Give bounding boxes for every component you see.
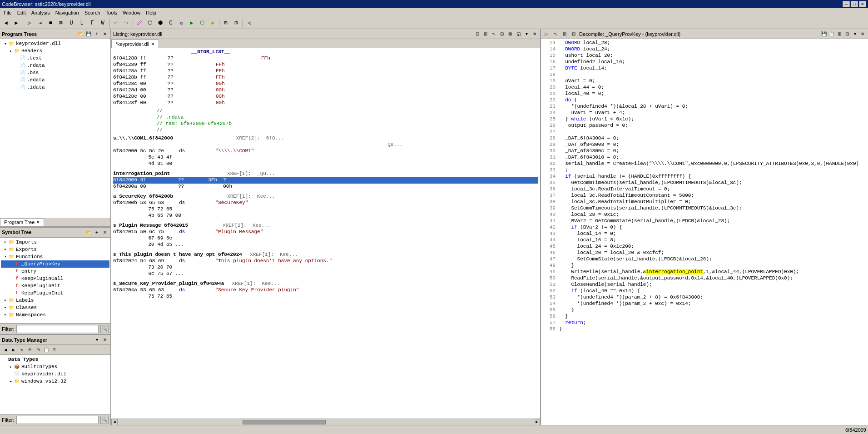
menu-help[interactable]: Help [143, 9, 159, 16]
toolbar-btn5[interactable]: L [77, 18, 87, 28]
menu-window[interactable]: Window [120, 9, 143, 16]
dc-icon2[interactable]: ↖ [552, 30, 559, 38]
symbol-tree-area[interactable]: ▸ 📁 Imports ▸ 📁 Exports ▾ 📁 Functions f [0, 238, 110, 324]
listing-hscroll[interactable]: ◀ ▶ [111, 419, 540, 425]
dt-windows[interactable]: ▸ 📁 windows_vs12_32 [1, 378, 109, 385]
dc-close-icon[interactable]: ✕ [859, 30, 866, 38]
ls-close-icon[interactable]: ✕ [531, 30, 538, 38]
sym-namespaces[interactable]: ▸ 📁 Namespaces [1, 311, 109, 319]
sym-labels[interactable]: ▸ 📁 Labels [1, 297, 109, 304]
ls-btn5[interactable]: ◱ [515, 30, 522, 38]
run-button[interactable]: ▶ [187, 18, 197, 28]
dc-icon3[interactable]: ⊞ [561, 30, 568, 38]
decompiler-content[interactable]: 13 DWORD local_28; 14 DWORD local_24; 15… [541, 39, 868, 425]
dt-refresh-icon[interactable]: ↻ [18, 346, 25, 354]
listing-content[interactable]: __DTOR_LIST__ 6f841288 ff ?? FFh 6f84128… [111, 48, 540, 419]
toolbar-btn15[interactable]: ◁ [244, 18, 254, 28]
dt-btn1[interactable]: ⊞ [26, 346, 34, 354]
pt-new-icon[interactable]: + [93, 30, 100, 38]
toolbar-btn3[interactable]: ⊠ [56, 18, 66, 28]
menu-tools[interactable]: Tools [103, 9, 120, 16]
ls-cursor-icon[interactable]: ↖ [490, 30, 497, 38]
dc-icon4[interactable]: ⊟ [570, 30, 577, 38]
listing-tab[interactable]: *keyprovider.dll ✕ [111, 40, 159, 48]
menu-navigation[interactable]: Navigation [53, 9, 82, 16]
pt-save-icon[interactable]: 💾 [85, 30, 92, 38]
ls-btn4[interactable]: ⊠ [506, 30, 514, 38]
menu-search[interactable]: Search [82, 9, 103, 16]
tree-item-idata[interactable]: 📄 .idata [1, 84, 109, 91]
menu-file[interactable]: File [1, 9, 15, 16]
redo-button[interactable]: ↪ [121, 18, 131, 28]
dt-builtintypes[interactable]: ▸ 📦 BuiltInTypes [1, 363, 109, 370]
listing-tab-close[interactable]: ✕ [151, 42, 155, 46]
dt-close-icon[interactable]: ✕ [101, 336, 109, 344]
forward-button[interactable]: ▶ [11, 18, 21, 28]
toolbar-btn11[interactable]: ☼ [176, 18, 186, 28]
sym-keepplogininit[interactable]: f KeepPluginInit [1, 289, 109, 297]
dt-filter-input[interactable] [16, 416, 99, 424]
bookmark-button[interactable]: 🖊 [134, 18, 144, 28]
back-button[interactable]: ◀ [1, 18, 11, 28]
pt-open-icon[interactable]: 📂 [77, 30, 84, 38]
toolbar-btn13[interactable]: ⊡ [221, 18, 231, 28]
menu-analysis[interactable]: Analysis [29, 9, 53, 16]
ls-btn6[interactable]: ▾ [523, 30, 530, 38]
toolbar-btn6[interactable]: F [87, 18, 97, 28]
toolbar-btn10[interactable]: C [166, 18, 176, 28]
dt-btn2[interactable]: ⊟ [35, 346, 42, 354]
tree-item-text[interactable]: 📄 .text [1, 55, 109, 62]
dt-fwd-icon[interactable]: ▶ [10, 346, 17, 354]
dc-icon7[interactable]: ▾ [851, 30, 858, 38]
toolbar-btn12[interactable]: ◈ [208, 18, 218, 28]
toolbar-btn14[interactable]: ⊞ [231, 18, 241, 28]
symbol-filter-input[interactable] [16, 325, 99, 333]
dc-icon6[interactable]: ⊟ [843, 30, 851, 38]
program-tree-tab[interactable]: Program Tree ✕ [0, 218, 44, 226]
debug-button[interactable]: ⬡ [197, 18, 207, 28]
program-tree-area[interactable]: ▾ 📁 keyprovider.dll ▸ 📁 Headers 📄 .text [0, 39, 110, 218]
pt-close-icon[interactable]: ✕ [101, 30, 109, 38]
st-close-icon[interactable]: ✕ [101, 229, 109, 236]
dt-expand-icon[interactable]: ▾ [93, 336, 100, 344]
sym-imports[interactable]: ▸ 📁 Imports [1, 239, 109, 246]
sym-keeppluginbit[interactable]: f KeepPluginBit [1, 282, 109, 289]
dt-back-icon[interactable]: ◀ [2, 346, 9, 354]
toolbar-btn9[interactable]: ⬢ [155, 18, 165, 28]
ls-btn3[interactable]: ⊟ [498, 30, 506, 38]
dc-save-icon[interactable]: 💾 [820, 30, 828, 38]
step-button[interactable]: ⇥ [35, 18, 45, 28]
dc-prev-icon[interactable]: ▷ [543, 30, 550, 38]
play-button[interactable]: ▷ [25, 18, 35, 28]
ls-btn2[interactable]: ⊞ [482, 30, 489, 38]
dt-btn4[interactable]: ≡ [51, 346, 58, 354]
minimize-button[interactable]: ─ [843, 1, 850, 7]
tree-item-rdata[interactable]: 📄 .rdata [1, 62, 109, 69]
dt-btn3[interactable]: 📋 [43, 346, 50, 354]
tree-item-headers[interactable]: ▸ 📁 Headers [1, 47, 109, 55]
maximize-button[interactable]: □ [851, 1, 858, 7]
tab-close-button[interactable]: ✕ [36, 220, 40, 224]
close-button[interactable]: ✕ [859, 1, 866, 7]
stop-button[interactable]: ■ [45, 18, 55, 28]
filter-search-button[interactable]: 🔍 [100, 325, 109, 333]
toolbar-btn8[interactable]: ⬡ [145, 18, 155, 28]
dc-icon5[interactable]: ⊞ [836, 30, 843, 38]
dt-filter-btn[interactable]: 🔍 [100, 416, 109, 424]
st-icon1[interactable]: 📂 [85, 229, 92, 236]
sym-query-prov-key[interactable]: f _QueryProvKey [1, 260, 109, 268]
dc-copy-icon[interactable]: 📋 [828, 30, 835, 38]
toolbar-btn7[interactable]: W [98, 18, 108, 28]
sym-entry[interactable]: f entry [1, 268, 109, 275]
dt-tree-area[interactable]: Data Types ▸ 📦 BuiltInTypes 📄 keyprovide… [0, 355, 110, 414]
sym-functions[interactable]: ▾ 📁 Functions [1, 253, 109, 260]
tree-item-bss[interactable]: 📄 .bss [1, 69, 109, 76]
toolbar-btn4[interactable]: U [66, 18, 76, 28]
menu-edit[interactable]: Edit [15, 9, 29, 16]
ls-btn1[interactable]: ⊡ [474, 30, 481, 38]
sym-keepplugincall[interactable]: f KeepPluginCall [1, 275, 109, 282]
sym-exports[interactable]: ▸ 📁 Exports [1, 246, 109, 253]
tree-item-edata[interactable]: 📄 .edata [1, 76, 109, 84]
sym-classes[interactable]: ▸ 📁 Classes [1, 304, 109, 311]
tree-root[interactable]: ▾ 📁 keyprovider.dll [1, 40, 109, 47]
